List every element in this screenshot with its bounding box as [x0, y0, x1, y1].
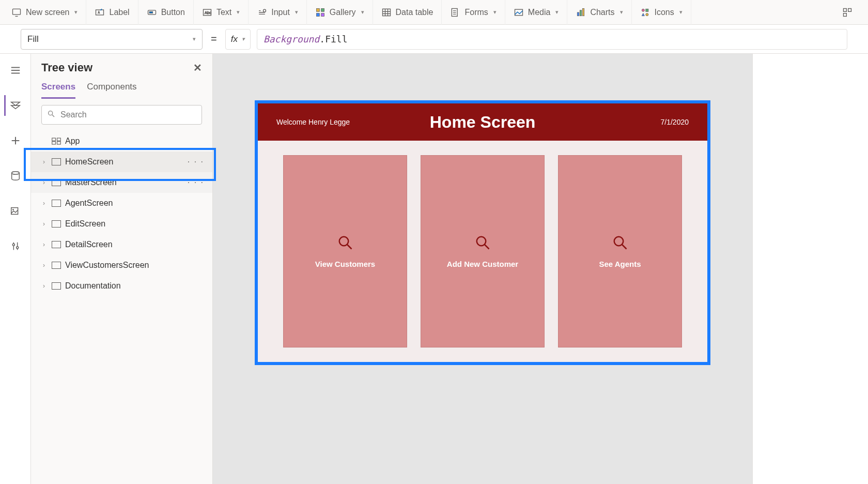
rail-data[interactable] — [5, 165, 26, 186]
left-rail — [0, 54, 31, 484]
rail-media[interactable] — [5, 201, 26, 221]
svg-rect-10 — [321, 8, 324, 11]
properties-panel[interactable] — [752, 54, 868, 484]
tree-item-agentscreen[interactable]: ›AgentScreen· · · — [31, 193, 212, 214]
tree-item-label: Documentation — [65, 281, 121, 291]
screen-icon — [52, 282, 61, 290]
chevron-down-icon: ▾ — [242, 36, 245, 42]
tree-item-label: MasterScreen — [65, 178, 117, 187]
home-card-view-customers[interactable]: View Customers — [283, 155, 407, 347]
svg-rect-22 — [515, 9, 522, 16]
tab-screens[interactable]: Screens — [41, 82, 75, 99]
formula-input[interactable]: Background.Fill — [257, 29, 847, 50]
magnifier-icon — [337, 235, 353, 250]
table-icon — [381, 7, 392, 18]
svg-line-54 — [485, 244, 489, 249]
svg-point-40 — [12, 209, 14, 210]
label-button[interactable]: Label — [86, 0, 138, 25]
home-card-label: See Agents — [599, 260, 641, 268]
input-button[interactable]: Input ▾ — [249, 0, 307, 25]
tree-item-editscreen[interactable]: ›EditScreen· · · — [31, 214, 212, 234]
magnifier-icon — [612, 235, 628, 250]
screen-preview[interactable]: Welcome Henry Legge Home Screen 7/1/2020… — [255, 100, 710, 365]
tree-item-viewcustomersscreen[interactable]: ›ViewCustomersScreen· · · — [31, 255, 212, 276]
more-options-icon[interactable]: · · · — [188, 178, 204, 187]
text-button[interactable]: Abc Text ▾ — [194, 0, 249, 25]
home-card-add-new-customer[interactable]: Add New Customer — [421, 155, 545, 347]
data-table-button[interactable]: Data table — [373, 0, 442, 25]
app-icon — [52, 138, 61, 145]
svg-line-52 — [347, 244, 352, 249]
fx-button[interactable]: fx ▾ — [225, 29, 251, 50]
chevron-down-icon: ▾ — [237, 9, 240, 16]
rail-hamburger[interactable] — [5, 60, 26, 81]
home-card-label: Add New Customer — [447, 260, 518, 268]
formula-bar: Fill ▾ = fx ▾ Background.Fill — [0, 25, 868, 54]
icons-button[interactable]: Icons ▾ — [632, 0, 691, 25]
svg-point-29 — [645, 13, 648, 16]
equals-sign: = — [209, 33, 219, 45]
rail-tree-view[interactable] — [4, 95, 25, 116]
screen-icon — [11, 7, 22, 18]
forms-button[interactable]: Forms ▾ — [442, 0, 505, 25]
media-icon — [514, 7, 524, 18]
icons-label: Icons — [655, 8, 674, 17]
svg-point-26 — [642, 9, 644, 11]
chevron-right-icon[interactable]: › — [40, 200, 48, 207]
search-icon — [47, 110, 55, 120]
svg-point-44 — [16, 247, 18, 249]
media-button[interactable]: Media ▾ — [505, 0, 568, 25]
formula-ident: Background — [264, 34, 319, 44]
canvas[interactable]: Welcome Henry Legge Home Screen 7/1/2020… — [213, 54, 752, 484]
tree-search[interactable] — [41, 105, 202, 125]
chevron-right-icon[interactable]: › — [40, 282, 48, 290]
tree-search-input[interactable] — [60, 110, 196, 119]
gallery-button[interactable]: Gallery ▾ — [307, 0, 373, 25]
svg-rect-24 — [580, 10, 582, 16]
charts-button[interactable]: Charts ▾ — [567, 0, 631, 25]
chevron-right-icon[interactable]: › — [40, 220, 48, 228]
new-screen-button[interactable]: New screen ▾ — [3, 0, 86, 25]
chevron-right-icon[interactable]: › — [40, 241, 48, 248]
chevron-down-icon: ▾ — [361, 9, 364, 16]
chevron-down-icon: ▾ — [295, 9, 298, 16]
forms-label: Forms — [464, 8, 488, 17]
chevron-right-icon[interactable]: › — [40, 179, 48, 186]
charts-icon — [576, 7, 586, 18]
svg-point-51 — [339, 236, 349, 246]
button-icon — [147, 7, 157, 18]
property-selector[interactable]: Fill ▾ — [21, 29, 203, 50]
chevron-right-icon[interactable]: › — [40, 158, 48, 165]
tree-list: App· · ·›HomeScreen· · ·›MasterScreen· ·… — [31, 131, 212, 484]
home-card-see-agents[interactable]: See Agents — [558, 155, 682, 347]
screen-icon — [52, 200, 61, 207]
tree-item-detailscreen[interactable]: ›DetailScreen· · · — [31, 234, 212, 255]
charts-label: Charts — [590, 8, 614, 17]
more-controls-button[interactable] — [834, 0, 865, 25]
chevron-right-icon[interactable]: › — [40, 262, 48, 269]
tree-item-masterscreen[interactable]: ›MasterScreen· · · — [31, 172, 212, 193]
svg-rect-31 — [848, 8, 851, 11]
svg-line-46 — [52, 115, 54, 117]
tree-item-documentation[interactable]: ›Documentation· · · — [31, 276, 212, 296]
more-options-icon[interactable]: · · · — [188, 157, 204, 167]
svg-rect-13 — [382, 9, 390, 16]
svg-point-43 — [12, 244, 14, 246]
rail-insert[interactable] — [5, 130, 26, 151]
close-icon[interactable]: ✕ — [193, 62, 202, 74]
property-selector-value: Fill — [27, 34, 39, 44]
screen-icon — [52, 241, 61, 248]
home-body: View CustomersAdd New CustomerSee Agents — [258, 141, 707, 362]
tab-components[interactable]: Components — [87, 82, 136, 99]
workspace: Tree view ✕ Screens Components App· · ·›… — [0, 54, 868, 484]
text-label: Text — [216, 8, 231, 17]
svg-rect-49 — [52, 142, 56, 144]
rail-advanced[interactable] — [5, 236, 26, 256]
screen-icon — [52, 220, 61, 228]
svg-rect-0 — [13, 9, 21, 14]
input-icon — [257, 7, 267, 18]
tree-item-homescreen[interactable]: ›HomeScreen· · · — [31, 152, 212, 172]
tree-item-app[interactable]: App· · · — [31, 131, 212, 152]
svg-rect-5 — [149, 11, 153, 13]
button-button[interactable]: Button — [138, 0, 194, 25]
